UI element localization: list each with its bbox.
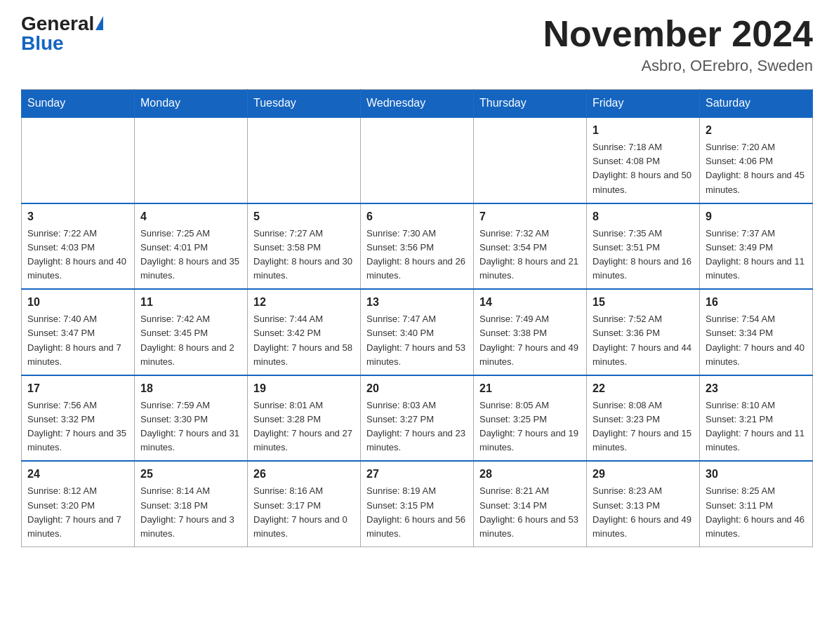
calendar-cell: 23Sunrise: 8:10 AM Sunset: 3:21 PM Dayli… bbox=[700, 375, 813, 462]
day-info: Sunrise: 7:49 AM Sunset: 3:38 PM Dayligh… bbox=[479, 312, 581, 369]
calendar-cell: 26Sunrise: 8:16 AM Sunset: 3:17 PM Dayli… bbox=[248, 461, 361, 546]
col-saturday: Saturday bbox=[700, 90, 813, 118]
location-subtitle: Asbro, OErebro, Sweden bbox=[543, 57, 813, 75]
calendar-cell bbox=[22, 117, 135, 203]
calendar-cell: 5Sunrise: 7:27 AM Sunset: 3:58 PM Daylig… bbox=[248, 203, 361, 290]
day-info: Sunrise: 8:19 AM Sunset: 3:15 PM Dayligh… bbox=[366, 484, 468, 541]
calendar-cell: 29Sunrise: 8:23 AM Sunset: 3:13 PM Dayli… bbox=[587, 461, 700, 546]
col-wednesday: Wednesday bbox=[361, 90, 474, 118]
day-info: Sunrise: 7:37 AM Sunset: 3:49 PM Dayligh… bbox=[706, 227, 807, 283]
day-info: Sunrise: 7:22 AM Sunset: 4:03 PM Dayligh… bbox=[27, 227, 128, 283]
calendar-cell: 8Sunrise: 7:35 AM Sunset: 3:51 PM Daylig… bbox=[587, 203, 700, 290]
logo-triangle-icon bbox=[95, 16, 103, 30]
calendar-cell: 17Sunrise: 7:56 AM Sunset: 3:32 PM Dayli… bbox=[22, 375, 135, 462]
day-number: 6 bbox=[366, 208, 468, 225]
calendar-cell: 16Sunrise: 7:54 AM Sunset: 3:34 PM Dayli… bbox=[700, 289, 813, 375]
calendar-cell: 10Sunrise: 7:40 AM Sunset: 3:47 PM Dayli… bbox=[22, 289, 135, 375]
day-info: Sunrise: 8:08 AM Sunset: 3:23 PM Dayligh… bbox=[593, 398, 694, 455]
calendar-cell: 30Sunrise: 8:25 AM Sunset: 3:11 PM Dayli… bbox=[700, 461, 813, 546]
calendar-cell: 2Sunrise: 7:20 AM Sunset: 4:06 PM Daylig… bbox=[700, 117, 813, 203]
day-number: 11 bbox=[140, 294, 241, 311]
day-number: 19 bbox=[253, 380, 355, 397]
day-info: Sunrise: 7:59 AM Sunset: 3:30 PM Dayligh… bbox=[140, 398, 241, 455]
col-monday: Monday bbox=[135, 90, 248, 118]
day-info: Sunrise: 7:54 AM Sunset: 3:34 PM Dayligh… bbox=[706, 312, 807, 369]
calendar-cell: 19Sunrise: 8:01 AM Sunset: 3:28 PM Dayli… bbox=[248, 375, 361, 462]
day-info: Sunrise: 7:42 AM Sunset: 3:45 PM Dayligh… bbox=[140, 312, 241, 369]
day-number: 18 bbox=[140, 380, 241, 397]
day-number: 28 bbox=[479, 466, 581, 483]
day-info: Sunrise: 7:32 AM Sunset: 3:54 PM Dayligh… bbox=[479, 227, 581, 283]
calendar-cell: 6Sunrise: 7:30 AM Sunset: 3:56 PM Daylig… bbox=[361, 203, 474, 290]
logo-general-text: General bbox=[21, 14, 94, 34]
calendar-cell bbox=[361, 117, 474, 203]
day-number: 30 bbox=[706, 466, 807, 483]
title-area: November 2024 Asbro, OErebro, Sweden bbox=[543, 14, 813, 75]
calendar-cell: 13Sunrise: 7:47 AM Sunset: 3:40 PM Dayli… bbox=[361, 289, 474, 375]
day-info: Sunrise: 8:14 AM Sunset: 3:18 PM Dayligh… bbox=[140, 484, 241, 541]
logo-blue-text: Blue bbox=[21, 32, 64, 54]
day-info: Sunrise: 8:03 AM Sunset: 3:27 PM Dayligh… bbox=[366, 398, 468, 455]
day-info: Sunrise: 7:56 AM Sunset: 3:32 PM Dayligh… bbox=[27, 398, 128, 455]
day-info: Sunrise: 8:16 AM Sunset: 3:17 PM Dayligh… bbox=[253, 484, 355, 541]
day-number: 29 bbox=[593, 466, 694, 483]
calendar-header-row: Sunday Monday Tuesday Wednesday Thursday… bbox=[22, 90, 813, 118]
calendar-cell: 14Sunrise: 7:49 AM Sunset: 3:38 PM Dayli… bbox=[474, 289, 587, 375]
day-info: Sunrise: 7:27 AM Sunset: 3:58 PM Dayligh… bbox=[253, 227, 355, 283]
calendar-cell: 28Sunrise: 8:21 AM Sunset: 3:14 PM Dayli… bbox=[474, 461, 587, 546]
calendar-cell: 18Sunrise: 7:59 AM Sunset: 3:30 PM Dayli… bbox=[135, 375, 248, 462]
logo: General Blue bbox=[21, 14, 103, 53]
day-number: 3 bbox=[27, 208, 128, 225]
day-number: 22 bbox=[593, 380, 694, 397]
day-number: 12 bbox=[253, 294, 355, 311]
col-sunday: Sunday bbox=[22, 90, 135, 118]
day-number: 1 bbox=[593, 122, 694, 139]
calendar-cell: 15Sunrise: 7:52 AM Sunset: 3:36 PM Dayli… bbox=[587, 289, 700, 375]
calendar-cell: 20Sunrise: 8:03 AM Sunset: 3:27 PM Dayli… bbox=[361, 375, 474, 462]
week-row-2: 3Sunrise: 7:22 AM Sunset: 4:03 PM Daylig… bbox=[22, 203, 813, 290]
calendar-cell: 11Sunrise: 7:42 AM Sunset: 3:45 PM Dayli… bbox=[135, 289, 248, 375]
calendar-cell: 12Sunrise: 7:44 AM Sunset: 3:42 PM Dayli… bbox=[248, 289, 361, 375]
col-friday: Friday bbox=[587, 90, 700, 118]
calendar-cell bbox=[135, 117, 248, 203]
day-info: Sunrise: 7:35 AM Sunset: 3:51 PM Dayligh… bbox=[593, 227, 694, 283]
week-row-4: 17Sunrise: 7:56 AM Sunset: 3:32 PM Dayli… bbox=[22, 375, 813, 462]
day-number: 24 bbox=[27, 466, 128, 483]
day-number: 9 bbox=[706, 208, 807, 225]
day-number: 23 bbox=[706, 380, 807, 397]
calendar-cell: 9Sunrise: 7:37 AM Sunset: 3:49 PM Daylig… bbox=[700, 203, 813, 290]
day-info: Sunrise: 7:30 AM Sunset: 3:56 PM Dayligh… bbox=[366, 227, 468, 283]
month-year-title: November 2024 bbox=[543, 14, 813, 54]
day-info: Sunrise: 8:05 AM Sunset: 3:25 PM Dayligh… bbox=[479, 398, 581, 455]
day-info: Sunrise: 7:25 AM Sunset: 4:01 PM Dayligh… bbox=[140, 227, 241, 283]
calendar-cell: 22Sunrise: 8:08 AM Sunset: 3:23 PM Dayli… bbox=[587, 375, 700, 462]
day-info: Sunrise: 7:52 AM Sunset: 3:36 PM Dayligh… bbox=[593, 312, 694, 369]
day-number: 13 bbox=[366, 294, 468, 311]
day-number: 16 bbox=[706, 294, 807, 311]
col-thursday: Thursday bbox=[474, 90, 587, 118]
calendar-cell: 4Sunrise: 7:25 AM Sunset: 4:01 PM Daylig… bbox=[135, 203, 248, 290]
day-number: 17 bbox=[27, 380, 128, 397]
week-row-5: 24Sunrise: 8:12 AM Sunset: 3:20 PM Dayli… bbox=[22, 461, 813, 546]
calendar-cell: 21Sunrise: 8:05 AM Sunset: 3:25 PM Dayli… bbox=[474, 375, 587, 462]
calendar-cell: 27Sunrise: 8:19 AM Sunset: 3:15 PM Dayli… bbox=[361, 461, 474, 546]
day-number: 25 bbox=[140, 466, 241, 483]
calendar-cell: 25Sunrise: 8:14 AM Sunset: 3:18 PM Dayli… bbox=[135, 461, 248, 546]
day-info: Sunrise: 8:21 AM Sunset: 3:14 PM Dayligh… bbox=[479, 484, 581, 541]
day-number: 7 bbox=[479, 208, 581, 225]
day-info: Sunrise: 7:47 AM Sunset: 3:40 PM Dayligh… bbox=[366, 312, 468, 369]
day-info: Sunrise: 7:18 AM Sunset: 4:08 PM Dayligh… bbox=[593, 140, 694, 197]
day-number: 20 bbox=[366, 380, 468, 397]
day-number: 21 bbox=[479, 380, 581, 397]
calendar-cell: 1Sunrise: 7:18 AM Sunset: 4:08 PM Daylig… bbox=[587, 117, 700, 203]
day-number: 14 bbox=[479, 294, 581, 311]
day-number: 27 bbox=[366, 466, 468, 483]
day-info: Sunrise: 8:23 AM Sunset: 3:13 PM Dayligh… bbox=[593, 484, 694, 541]
page-header: General Blue November 2024 Asbro, OErebr… bbox=[21, 14, 813, 75]
calendar-cell: 3Sunrise: 7:22 AM Sunset: 4:03 PM Daylig… bbox=[22, 203, 135, 290]
day-number: 10 bbox=[27, 294, 128, 311]
col-tuesday: Tuesday bbox=[248, 90, 361, 118]
week-row-1: 1Sunrise: 7:18 AM Sunset: 4:08 PM Daylig… bbox=[22, 117, 813, 203]
calendar-cell: 7Sunrise: 7:32 AM Sunset: 3:54 PM Daylig… bbox=[474, 203, 587, 290]
day-info: Sunrise: 8:12 AM Sunset: 3:20 PM Dayligh… bbox=[27, 484, 128, 541]
